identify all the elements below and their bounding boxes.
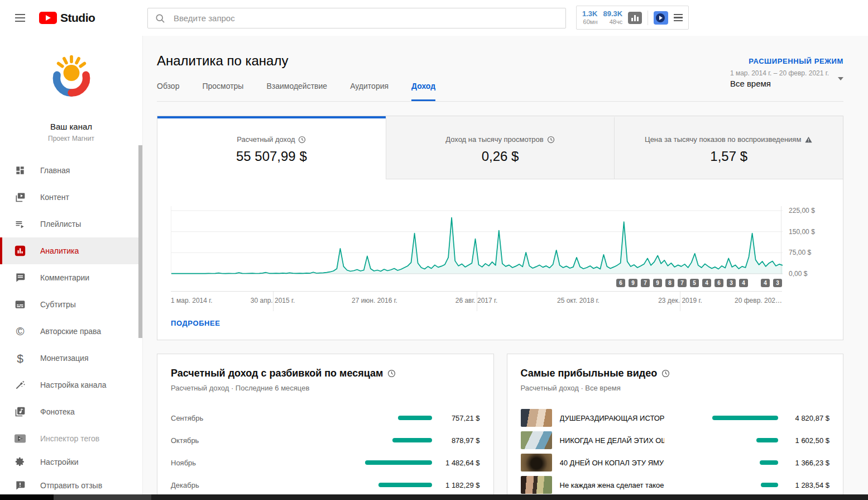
sidebar-item-label: Субтитры	[40, 300, 76, 309]
x-tick-label: 26 авг. 2017 г.	[455, 297, 498, 304]
chart-note-badge[interactable]: 4	[702, 279, 711, 287]
sidebar-item-label: Аналитика	[40, 246, 79, 255]
chart-plot-area[interactable]	[171, 206, 781, 274]
creator-studio-icon[interactable]	[654, 11, 668, 25]
revenue-chart[interactable]: 225,00 $ 150,00 $ 75,00 $ 0,00 $	[157, 206, 843, 274]
month-row[interactable]: Декабрь1 182,29 $	[171, 474, 480, 496]
chart-note-badge[interactable]: 8	[665, 279, 674, 287]
comments-icon	[13, 271, 27, 284]
video-title: ДУШЕРАЗДИРАЮЩАЯ ИСТОРИЯ МАГО…	[560, 414, 665, 422]
tab-reach[interactable]: Просмотры	[202, 82, 243, 101]
x-tick-label: 20 февр. 202…	[735, 297, 782, 304]
month-bar-zone	[282, 438, 435, 442]
metric-playback-cpm[interactable]: Цена за тысячу показов по воспроизведени…	[614, 116, 843, 179]
sidebar-item-label: Инспектор тегов	[40, 434, 99, 443]
video-thumbnail	[521, 409, 552, 427]
chart-note-badge[interactable]: 6	[616, 279, 625, 287]
sidebar-item-label: Авторские права	[40, 327, 101, 336]
sidebar-item-settings[interactable]: Настройки	[0, 452, 142, 472]
sidebar-scrollbar[interactable]	[138, 145, 142, 338]
dashboard-icon	[13, 164, 27, 177]
monthly-card-title: Расчетный доход с разбивкой по месяцам	[171, 368, 383, 379]
video-thumbnail	[521, 454, 552, 472]
chart-note-badge[interactable]: 3	[773, 279, 782, 287]
sidebar-item-audio-library[interactable]: Фонотека	[0, 398, 142, 425]
feedback-icon	[13, 479, 27, 492]
channel-avatar[interactable]	[45, 53, 98, 106]
chart-note-badge[interactable]: 9	[653, 279, 662, 287]
metric-estimated-revenue[interactable]: Расчетный доход 55 507,99 $	[157, 116, 386, 179]
date-range-picker[interactable]: 1 мар. 2014 г. – 20 февр. 2021 г. Все вр…	[730, 69, 843, 88]
playlist-icon	[13, 217, 27, 231]
badge-group-1: 69798754634	[616, 279, 748, 287]
chart-note-badge[interactable]: 9	[629, 279, 637, 287]
video-bar	[761, 483, 778, 487]
channel-block: Ваш канал Проект Магнит	[0, 36, 142, 142]
topbar: Studio 1.3K 60мн 89.3K 48чс	[0, 0, 868, 36]
chart-note-badge[interactable]: 4	[761, 279, 770, 287]
youtube-studio-logo[interactable]: Studio	[39, 11, 95, 25]
see-more-link[interactable]: ПОДРОБНЕЕ	[171, 319, 220, 327]
tab-overview[interactable]: Обзор	[157, 82, 179, 101]
sidebar-item-label: Отправить отзыв	[40, 481, 102, 490]
sidebar-item-label: Настройка канала	[40, 380, 107, 389]
month-value: 878,97 $	[435, 436, 480, 445]
analytics-icon	[13, 244, 27, 258]
analytics-chip-icon[interactable]	[628, 12, 642, 24]
revenue-overview-card: Расчетный доход 55 507,99 $ Доход на тыс…	[157, 116, 843, 340]
month-value: 1 182,29 $	[435, 481, 480, 489]
sidebar-item-label: Комментарии	[40, 273, 89, 282]
chart-note-badge[interactable]: 7	[641, 279, 650, 287]
month-row[interactable]: Ноябрь1 482,64 $	[171, 451, 480, 474]
sidebar-item-tag-inspector[interactable]: Инспектор тегов	[0, 425, 142, 452]
hamburger-menu-icon[interactable]	[7, 4, 33, 31]
x-tick-label: 25 окт. 2018 г.	[557, 297, 600, 304]
advanced-mode-link[interactable]: РАСШИРЕННЫЙ РЕЖИМ	[749, 57, 843, 65]
clock-icon	[387, 369, 396, 378]
month-row[interactable]: Сентябрь757,21 $	[171, 407, 480, 429]
video-thumbnail	[521, 431, 552, 449]
sidebar-item-label: Фонотека	[40, 407, 75, 416]
monthly-revenue-card: Расчетный доход с разбивкой по месяцам Р…	[157, 354, 494, 500]
list-menu-icon[interactable]	[674, 14, 683, 22]
video-row[interactable]: Не каждая жена сделает такое ! Как ж…1 2…	[521, 474, 830, 496]
stat-60min: 1.3K 60мн	[582, 10, 597, 25]
sidebar-item-content[interactable]: Контент	[0, 184, 142, 211]
metric-label: Доход на тысячу просмотров	[445, 135, 543, 144]
month-bar	[392, 438, 432, 442]
sidebar-item-customization[interactable]: Настройка канала	[0, 372, 142, 398]
chart-note-badge[interactable]: 5	[690, 279, 699, 287]
topbar-stats-panel[interactable]: 1.3K 60мн 89.3K 48чс	[576, 6, 689, 30]
y-axis-labels: 225,00 $ 150,00 $ 75,00 $ 0,00 $	[781, 206, 843, 274]
sidebar-item-subtitles[interactable]: Субтитры	[0, 291, 142, 318]
search-input[interactable]	[174, 13, 559, 23]
sidebar-item-dashboard[interactable]: Главная	[0, 157, 142, 184]
gear-icon	[13, 455, 27, 469]
video-row[interactable]: 40 ДНЕЙ ОН КОПАЛ ЭТУ ЯМУ! Все дум…1 366,…	[521, 451, 830, 474]
chart-note-badge[interactable]: 6	[714, 279, 723, 287]
video-bar-zone	[664, 460, 781, 465]
tab-audience[interactable]: Аудитория	[350, 82, 389, 101]
video-row[interactable]: ДУШЕРАЗДИРАЮЩАЯ ИСТОРИЯ МАГО…4 820,87 $	[521, 407, 830, 429]
search-bar[interactable]	[147, 8, 566, 28]
tab-engagement[interactable]: Взаимодействие	[266, 82, 327, 101]
chart-note-badge[interactable]: 4	[739, 279, 748, 287]
sidebar-item-comments[interactable]: Комментарии	[0, 264, 142, 291]
chart-note-badge[interactable]: 7	[678, 279, 687, 287]
magic-wand-icon	[13, 378, 27, 392]
sidebar-item-playlists[interactable]: Плейлисты	[0, 211, 142, 237]
badge-group-2: 43	[761, 279, 782, 287]
revenue-area	[171, 218, 783, 274]
sidebar-item-analytics[interactable]: Аналитика	[0, 237, 142, 264]
page-title: Аналитика по каналу	[157, 53, 288, 69]
month-row[interactable]: Октябрь878,97 $	[171, 429, 480, 451]
sidebar-item-copyright[interactable]: © Авторские права	[0, 318, 142, 345]
sidebar: Ваш канал Проект Магнит Главная Контент …	[0, 36, 143, 500]
chart-note-badge[interactable]: 3	[727, 279, 736, 287]
video-row[interactable]: НИКОГДА НЕ ДЕЛАЙ ЭТИХ ОШИБОК!1 602,50 $	[521, 429, 830, 451]
metric-rpm[interactable]: Доход на тысячу просмотров 0,26 $	[386, 116, 615, 179]
tab-revenue[interactable]: Доход	[411, 82, 435, 101]
tag-inspector-icon	[13, 432, 27, 445]
sidebar-item-monetization[interactable]: $ Монетизация	[0, 345, 142, 372]
month-bar-zone	[282, 483, 435, 487]
